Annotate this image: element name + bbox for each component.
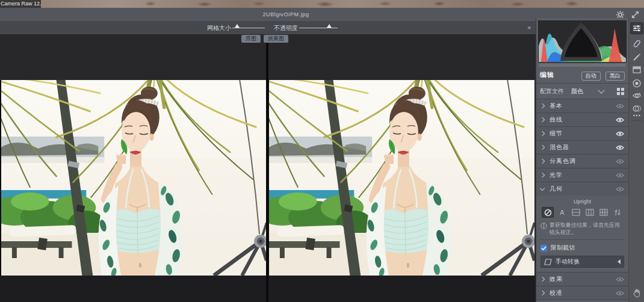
profile-label: 配置文件 xyxy=(540,87,564,96)
eye-icon[interactable] xyxy=(616,103,624,109)
upright-guided-button[interactable] xyxy=(612,208,623,217)
eye-icon[interactable] xyxy=(616,277,624,282)
eye-icon[interactable] xyxy=(616,159,624,164)
geometry-info-text: 要获取最佳结果，请首先应用镜头校正。 xyxy=(550,222,624,236)
section-effects[interactable]: 效果 xyxy=(536,272,628,286)
constrain-crop-checkbox[interactable] xyxy=(540,245,547,251)
more-icon[interactable] xyxy=(633,114,641,117)
eye-icon[interactable] xyxy=(616,117,624,123)
chevron-right-icon xyxy=(540,173,545,177)
filename-label: 2UBlgivOiPM.jpg xyxy=(0,8,572,21)
opacity-slider[interactable] xyxy=(299,28,338,28)
close-icon[interactable]: × xyxy=(527,23,531,32)
section-color-mixer[interactable]: 混色器 xyxy=(536,140,628,154)
section-curve[interactable]: 曲线 xyxy=(536,112,628,126)
window-title: Camera Raw 12.3 xyxy=(0,0,41,8)
snapshots-icon[interactable] xyxy=(633,105,642,112)
profile-select[interactable]: 颜色 xyxy=(571,87,583,96)
upright-auto-button[interactable]: A xyxy=(557,208,568,217)
titlebar-background xyxy=(0,0,644,8)
edit-panel: 编辑 自动 黑白 配置文件 颜色 基本 xyxy=(536,18,644,302)
profile-row: 配置文件 颜色 xyxy=(536,84,628,99)
before-photo[interactable] xyxy=(1,80,267,276)
edit-header: 编辑 自动 黑白 xyxy=(536,67,628,84)
section-calibration[interactable]: 校准 xyxy=(536,286,628,300)
red-eye-icon[interactable] xyxy=(633,92,642,99)
title-bar: Camera Raw 12.3 xyxy=(0,0,644,8)
after-photo[interactable] xyxy=(269,80,534,276)
geometry-body: Upright A xyxy=(536,196,628,272)
profile-browser-icon[interactable] xyxy=(616,87,625,96)
upright-mode-row: A xyxy=(540,207,624,218)
bw-button[interactable]: 黑白 xyxy=(605,72,625,81)
transform-icon xyxy=(544,259,552,265)
grid-size-label: 网格大小 xyxy=(207,24,231,32)
upright-vertical-button[interactable] xyxy=(584,208,595,217)
manual-transform-row[interactable]: 手动转换 xyxy=(540,256,624,268)
chevron-right-icon xyxy=(540,159,545,164)
radial-filter-icon[interactable] xyxy=(633,79,642,88)
eye-icon[interactable] xyxy=(616,173,624,178)
edit-title: 编辑 xyxy=(540,70,554,79)
pane-divider xyxy=(266,43,268,302)
eye-icon[interactable] xyxy=(616,131,624,137)
section-detail[interactable]: 细节 xyxy=(536,126,628,140)
image-preview-area: 原图 效果图 xyxy=(0,34,536,302)
constrain-crop-row: 限制裁切 xyxy=(540,244,624,252)
highlight-clipping-indicator[interactable] xyxy=(537,22,625,63)
graduated-filter-icon[interactable] xyxy=(633,66,641,73)
edit-sliders-icon[interactable] xyxy=(630,22,643,34)
chevron-right-icon xyxy=(540,103,545,108)
eye-icon[interactable] xyxy=(616,291,624,296)
upright-label: Upright xyxy=(540,199,624,205)
before-after-toggle: 原图 效果图 xyxy=(241,35,288,43)
opacity-label: 不透明度 xyxy=(274,24,298,32)
eye-icon[interactable] xyxy=(616,186,624,192)
divider xyxy=(631,120,642,121)
chevron-right-icon xyxy=(540,291,545,295)
chevron-right-icon xyxy=(540,117,545,122)
upright-full-button[interactable] xyxy=(598,208,609,217)
before-image-button[interactable]: 原图 xyxy=(241,35,261,43)
constrain-crop-label: 限制裁切 xyxy=(551,244,575,252)
section-basic[interactable]: 基本 xyxy=(536,99,628,112)
camera-raw-window: Camera Raw 12.3 2UBlgivOiPM.jpg 网格大小 不透明… xyxy=(0,0,644,302)
after-image-button[interactable]: 效果图 xyxy=(264,35,288,43)
auto-button[interactable]: 自动 xyxy=(581,72,601,81)
eye-icon[interactable] xyxy=(616,145,624,150)
section-geometry[interactable]: 几何 xyxy=(536,182,628,196)
chevron-down-icon[interactable] xyxy=(598,87,604,93)
info-icon xyxy=(540,223,547,229)
chevron-right-icon xyxy=(540,277,545,282)
geometry-info: 要获取最佳结果，请首先应用镜头校正。 xyxy=(540,222,624,236)
grid-overlay-toolbar: 网格大小 不透明度 × xyxy=(0,21,536,34)
chevron-down-icon xyxy=(540,186,545,191)
divider xyxy=(540,239,624,240)
upright-level-button[interactable] xyxy=(571,208,581,217)
section-split-toning[interactable]: 分离色调 xyxy=(536,154,628,168)
histogram[interactable] xyxy=(538,20,627,63)
upright-off-button[interactable] xyxy=(542,207,554,218)
grid-size-thumb[interactable] xyxy=(235,24,240,28)
collapse-left-icon[interactable] xyxy=(618,259,621,264)
tools-column xyxy=(628,18,644,302)
manual-transform-label: 手动转换 xyxy=(556,257,580,266)
chevron-right-icon xyxy=(540,131,545,136)
section-optics[interactable]: 光学 xyxy=(536,168,628,182)
chevron-right-icon xyxy=(540,145,545,150)
healing-brush-icon[interactable] xyxy=(633,40,641,48)
hand-icon[interactable] xyxy=(633,289,641,298)
adjustment-brush-icon[interactable] xyxy=(633,53,641,61)
grid-size-slider[interactable] xyxy=(232,28,265,28)
opacity-thumb[interactable] xyxy=(327,24,332,28)
